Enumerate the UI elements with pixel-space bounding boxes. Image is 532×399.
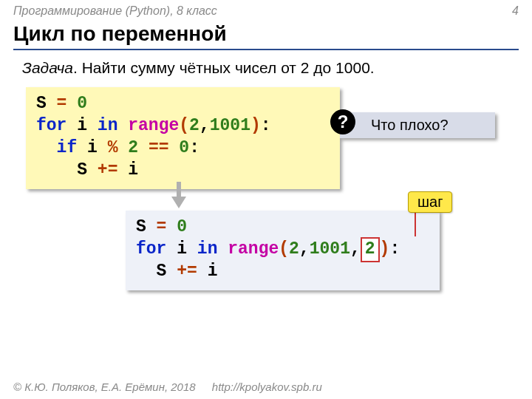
code-text: , (299, 239, 310, 259)
code-block-1: S = 0 for i in range(2,1001): if i % 2 =… (26, 87, 340, 189)
step-label: шаг (408, 191, 452, 213)
num: 2 (128, 138, 138, 157)
code-text: i (66, 116, 97, 135)
num: 1001 (310, 239, 350, 259)
code-text (217, 239, 228, 259)
op: = (157, 217, 167, 236)
footer: © К.Ю. Поляков, Е.А. Ерёмин, 2018 http:/… (13, 381, 322, 393)
code-text (36, 138, 57, 157)
course-label: Программирование (Python), 8 класс (13, 4, 217, 18)
question-icon: ? (330, 109, 355, 134)
title-rule (13, 49, 519, 50)
code-text: : (261, 116, 271, 135)
code-text: : (389, 239, 400, 259)
code-text: S (136, 262, 177, 281)
code-text (117, 138, 128, 157)
task-label: Задача (22, 59, 73, 76)
page-title: Цикл по переменной (13, 22, 519, 46)
code-text: i (77, 138, 107, 157)
bracket: ) (380, 239, 390, 259)
op: == (149, 138, 169, 157)
kw: in (197, 239, 218, 259)
num: 0 (179, 138, 189, 157)
code-block-2: S = 0 for i in range(2,1001,2): S += i (126, 211, 440, 290)
kw: for (136, 239, 166, 259)
op: % (108, 138, 118, 157)
code-text: S (136, 217, 157, 236)
op: += (177, 262, 197, 281)
code-text: i (197, 262, 218, 281)
code-text: i (166, 239, 197, 259)
copyright: © К.Ю. Поляков, Е.А. Ерёмин, 2018 (13, 381, 196, 393)
num: 2 (365, 239, 375, 259)
num: 2 (189, 116, 200, 135)
bracket: ) (250, 116, 261, 135)
code-text: S (36, 160, 98, 180)
num: 0 (177, 217, 187, 236)
kw: for (36, 116, 66, 135)
slide: Программирование (Python), 8 класс 4 Цик… (0, 0, 532, 399)
code-text (66, 94, 77, 113)
bracket: ( (279, 239, 289, 259)
task-line: Задача. Найти сумму чётных чисел от 2 до… (22, 59, 375, 77)
step-highlight: 2 (361, 237, 380, 262)
code-text: , (350, 239, 361, 259)
code-text: i (117, 160, 138, 180)
code-text: , (200, 116, 210, 135)
fn: range (128, 116, 179, 135)
num: 0 (77, 94, 87, 113)
code-text (117, 116, 128, 135)
kw: in (98, 116, 118, 135)
topbar: Программирование (Python), 8 класс 4 (13, 4, 519, 18)
op: += (98, 160, 118, 180)
num: 1001 (210, 116, 250, 135)
task-text: . Найти сумму чётных чисел от 2 до 1000. (73, 59, 375, 76)
code-text: S (36, 94, 57, 113)
code-text (166, 217, 177, 236)
bracket: ( (179, 116, 189, 135)
step-pointer (415, 211, 416, 236)
op: = (57, 94, 67, 113)
note-text: Что плохо? (371, 117, 449, 133)
arrow-down-icon (171, 182, 186, 211)
footer-url: http://kpolyakov.spb.ru (212, 381, 322, 393)
kw: if (57, 138, 78, 157)
fn: range (228, 239, 279, 259)
callout-note: Что плохо? (340, 112, 495, 138)
code-text (138, 138, 149, 157)
code-text: : (189, 138, 200, 157)
page-number: 4 (512, 4, 519, 18)
num: 2 (289, 239, 299, 259)
code-text (169, 138, 180, 157)
